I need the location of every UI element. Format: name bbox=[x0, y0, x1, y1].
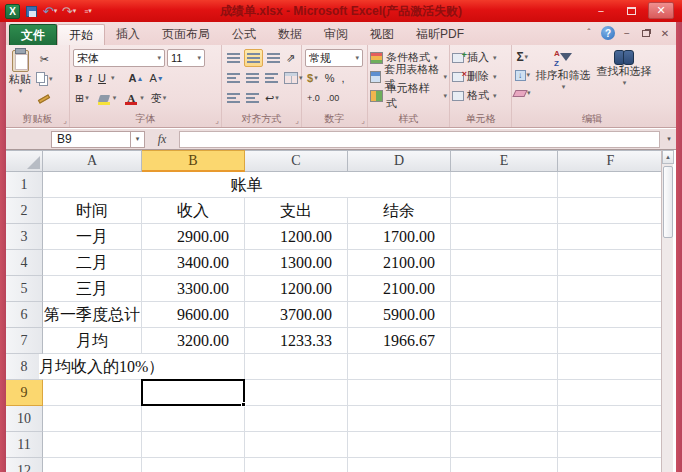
wrap-text-button[interactable]: ↩▾ bbox=[263, 89, 281, 107]
customize-qat-button[interactable]: ≡▾ bbox=[80, 3, 96, 19]
cell-D3[interactable]: 1700.00 bbox=[348, 224, 451, 250]
cell-A2[interactable]: 时间 bbox=[43, 198, 142, 224]
cell-F7[interactable] bbox=[558, 328, 664, 354]
cell-E1[interactable] bbox=[451, 172, 558, 198]
cell-E5[interactable] bbox=[451, 276, 558, 302]
insert-function-button[interactable]: fx bbox=[145, 132, 179, 147]
cell-D6[interactable]: 5900.00 bbox=[348, 302, 451, 328]
number-format-select[interactable]: 常规 ▾ bbox=[305, 49, 363, 67]
cell-C5[interactable]: 1200.00 bbox=[245, 276, 348, 302]
column-header-C[interactable]: C bbox=[245, 150, 348, 172]
cell-F8[interactable] bbox=[558, 354, 664, 380]
alignment-dialog-launcher-icon[interactable]: ⌟ bbox=[295, 116, 299, 125]
align-top-button[interactable] bbox=[225, 49, 242, 67]
cell-B12[interactable] bbox=[142, 458, 245, 472]
border-dropdown-icon[interactable]: ▾ bbox=[85, 94, 89, 102]
italic-button[interactable]: I bbox=[86, 69, 94, 87]
styles-item-2[interactable]: 单元格样式▾ bbox=[368, 86, 449, 105]
cell-C7[interactable]: 1233.33 bbox=[245, 328, 348, 354]
row-header-3[interactable]: 3 bbox=[6, 224, 43, 250]
cut-button[interactable]: ✂ bbox=[34, 50, 55, 68]
fill-handle[interactable] bbox=[241, 402, 246, 407]
clear-button[interactable]: ▾ bbox=[512, 84, 533, 102]
cell-A5[interactable]: 三月 bbox=[43, 276, 142, 302]
row-header-6[interactable]: 6 bbox=[6, 302, 43, 328]
cell-C11[interactable] bbox=[245, 432, 348, 458]
scrollbar-thumb[interactable] bbox=[663, 166, 673, 238]
font-color-dropdown-icon[interactable]: ▾ bbox=[140, 94, 144, 102]
cell-E3[interactable] bbox=[451, 224, 558, 250]
cell-B11[interactable] bbox=[142, 432, 245, 458]
select-all-corner[interactable] bbox=[6, 150, 43, 172]
cell-E11[interactable] bbox=[451, 432, 558, 458]
cell-D4[interactable]: 2100.00 bbox=[348, 250, 451, 276]
row-header-11[interactable]: 11 bbox=[6, 432, 43, 458]
bold-button[interactable]: B bbox=[73, 69, 84, 87]
column-header-D[interactable]: D bbox=[348, 150, 451, 172]
column-header-A[interactable]: A bbox=[43, 150, 142, 172]
font-size-select[interactable]: 11 ▾ bbox=[167, 49, 205, 67]
cell-F2[interactable] bbox=[558, 198, 664, 224]
save-button[interactable] bbox=[23, 3, 39, 19]
align-bottom-button[interactable] bbox=[265, 49, 282, 67]
cell-B6[interactable]: 9600.00 bbox=[142, 302, 245, 328]
accounting-dropdown-icon[interactable]: ▾ bbox=[314, 74, 318, 82]
align-middle-button[interactable] bbox=[244, 49, 263, 67]
cell-F3[interactable] bbox=[558, 224, 664, 250]
fill-color-dropdown-icon[interactable]: ▾ bbox=[113, 94, 117, 102]
tab-审阅[interactable]: 审阅 bbox=[313, 24, 359, 45]
cell-F12[interactable] bbox=[558, 458, 664, 472]
cell-F11[interactable] bbox=[558, 432, 664, 458]
cell-B10[interactable] bbox=[142, 406, 245, 432]
excel-logo-icon[interactable]: X bbox=[5, 4, 20, 19]
undo-dropdown-icon[interactable]: ▾ bbox=[54, 7, 58, 15]
column-header-F[interactable]: F bbox=[558, 150, 664, 172]
cell-A4[interactable]: 二月 bbox=[43, 250, 142, 276]
cell-F6[interactable] bbox=[558, 302, 664, 328]
sort-filter-button[interactable]: AZ 排序和筛选 ▾ bbox=[533, 48, 594, 102]
decrease-indent-button[interactable] bbox=[225, 89, 242, 107]
copy-button[interactable]: ▾ bbox=[34, 70, 55, 88]
cell-F9[interactable] bbox=[558, 380, 664, 406]
underline-dropdown-icon[interactable]: ▾ bbox=[111, 74, 115, 82]
underline-button[interactable]: U bbox=[96, 69, 108, 87]
tab-数据[interactable]: 数据 bbox=[267, 24, 313, 45]
cells-item-0[interactable]: +插入▾ bbox=[450, 48, 511, 67]
tab-公式[interactable]: 公式 bbox=[221, 24, 267, 45]
autosum-dropdown-icon[interactable]: ▾ bbox=[525, 53, 529, 61]
name-box[interactable]: B9 bbox=[51, 131, 131, 148]
cell-D7[interactable]: 1966.67 bbox=[348, 328, 451, 354]
cell-C9[interactable] bbox=[245, 380, 348, 406]
orientation-button[interactable]: ⇗ bbox=[284, 49, 297, 67]
redo-dropdown-icon[interactable]: ▾ bbox=[73, 7, 77, 15]
collapse-ribbon-icon[interactable]: ˆ bbox=[582, 26, 596, 40]
percent-style-button[interactable]: % bbox=[323, 69, 337, 87]
cell-F5[interactable] bbox=[558, 276, 664, 302]
shrink-font-button[interactable]: A▼ bbox=[147, 69, 165, 87]
cell-F1[interactable] bbox=[558, 172, 664, 198]
border-button[interactable]: ⊞▾ bbox=[73, 89, 91, 107]
cell-D11[interactable] bbox=[348, 432, 451, 458]
tab-福昕PDF[interactable]: 福昕PDF bbox=[405, 24, 475, 45]
row-header-2[interactable]: 2 bbox=[6, 198, 43, 224]
cell-F10[interactable] bbox=[558, 406, 664, 432]
cell-A9[interactable] bbox=[43, 380, 142, 406]
row-header-1[interactable]: 1 bbox=[6, 172, 43, 198]
active-cell-selection[interactable] bbox=[141, 379, 245, 406]
cell-E8[interactable] bbox=[451, 354, 558, 380]
cell-C10[interactable] bbox=[245, 406, 348, 432]
cell-B2[interactable]: 收入 bbox=[142, 198, 245, 224]
row-header-9[interactable]: 9 bbox=[6, 380, 43, 406]
row-header-10[interactable]: 10 bbox=[6, 406, 43, 432]
cell-E10[interactable] bbox=[451, 406, 558, 432]
row-header-4[interactable]: 4 bbox=[6, 250, 43, 276]
column-header-B[interactable]: B bbox=[142, 150, 245, 172]
copy-dropdown-icon[interactable]: ▾ bbox=[49, 75, 53, 83]
vertical-scrollbar[interactable]: ▲ bbox=[661, 150, 673, 472]
undo-button[interactable]: ↶▾ bbox=[42, 3, 58, 19]
number-dialog-launcher-icon[interactable]: ⌟ bbox=[361, 116, 365, 125]
format-painter-button[interactable] bbox=[34, 90, 55, 108]
expand-formula-bar-icon[interactable]: ▾ bbox=[662, 135, 676, 143]
cell-E12[interactable] bbox=[451, 458, 558, 472]
paste-dropdown-icon[interactable]: ▾ bbox=[19, 87, 23, 95]
